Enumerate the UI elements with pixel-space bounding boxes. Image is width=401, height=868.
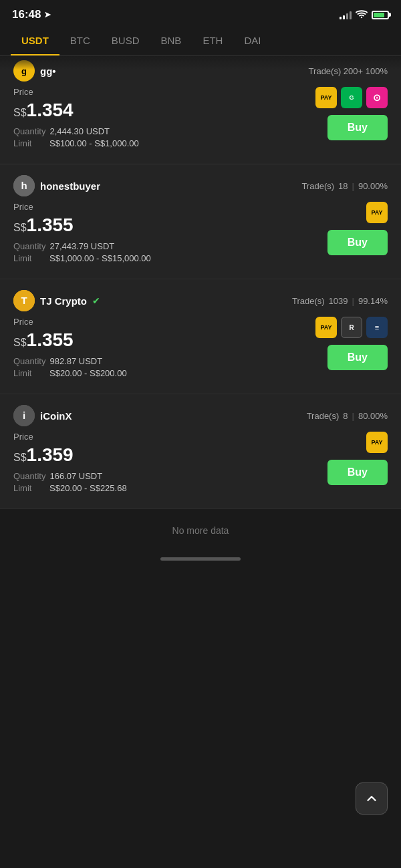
signal-bars [340,10,352,19]
avatar-2: T [13,290,35,311]
payment-icons-2: PAY R ≡ [315,317,388,338]
wise-icon-2: ≡ [366,317,388,338]
price-label-3: Price [13,432,321,442]
scroll-top-button[interactable] [356,782,388,815]
price-label-2: Price [13,317,309,327]
limit-value-3: S$20.00 - S$225.68 [49,483,127,493]
seller-name-3: iCoinX [40,410,72,422]
payment-icons-3: PAY [366,432,388,453]
trade-percent-2: 99.14% [358,296,388,306]
partial-limit-row: Limit S$100.00 - S$1,000.00 [13,138,309,148]
avatar-3: i [13,405,35,426]
navigation-icon: ➤ [44,10,51,19]
verified-icon-2: ✔ [92,295,100,306]
avatar-1: h [13,175,35,196]
quantity-row-3: Quantity 166.07 USDT [13,471,321,481]
trade-label-2: Trade(s) [292,296,325,306]
tab-eth[interactable]: ETH [192,27,233,55]
pay-icon-2: PAY [315,317,337,338]
partial-price-value: S$1.354 [13,100,309,121]
buy-button-3[interactable]: Buy [327,460,388,485]
limit-row-3: Limit S$20.00 - S$225.68 [13,483,321,493]
trade-count-2: 1039 [329,296,348,306]
seller-info-3: i iCoinX [13,405,72,426]
circle-icon: ⊙ [366,87,388,108]
tab-usdt[interactable]: USDT [11,27,59,55]
trade-percent-3: 80.00% [358,411,388,421]
trade-count-1: 18 [338,181,348,191]
revolut-icon-2: R [341,317,362,338]
seller-name-1: honestbuyer [40,180,100,192]
payment-icons-1: PAY [366,202,388,223]
arrow-up-icon [364,791,379,806]
status-icons [340,10,389,19]
battery-icon [372,11,389,19]
limit-row-1: Limit S$1,000.00 - S$15,000.00 [13,253,321,263]
listing-card-1: h honestbuyer Trade(s) 18 | 90.00% Price… [0,164,401,279]
price-label-1: Price [13,202,321,212]
quantity-row-2: Quantity 982.87 USDT [13,356,309,366]
svg-text:T: T [21,295,27,306]
tab-dai[interactable]: DAI [233,27,271,55]
partial-limit-value: S$100.00 - S$1,000.00 [49,138,139,148]
svg-text:i: i [23,410,25,421]
signal-bar-1 [340,17,342,19]
seller-info-2: T TJ Crypto ✔ [13,290,100,311]
partial-quantity-value: 2,444.30 USDT [49,126,110,136]
buy-button-1[interactable]: Buy [327,230,388,255]
listing-card-3: i iCoinX Trade(s) 8 | 80.00% Price S$1.3… [0,394,401,509]
status-time: 16:48 ➤ [12,8,51,21]
signal-bar-4 [350,11,352,19]
time-display: 16:48 [12,8,41,21]
signal-bar-3 [346,13,348,19]
seller-stats-3: Trade(s) 8 | 80.00% [307,411,388,421]
grab-icon: G [341,87,362,108]
trade-label-3: Trade(s) [307,411,340,421]
signal-bar-2 [343,15,345,19]
tab-bnb[interactable]: BNB [150,27,192,55]
pay-icon: PAY [315,87,337,108]
seller-stats-2: Trade(s) 1039 | 99.14% [292,296,388,306]
wifi-icon [356,10,368,19]
svg-text:h: h [21,180,27,191]
seller-stats-1: Trade(s) 18 | 90.00% [301,181,388,191]
quantity-row-1: Quantity 27,443.79 USDT [13,241,321,251]
quantity-value-3: 166.07 USDT [49,471,102,481]
home-bar [160,557,241,561]
pay-icon-1: PAY [366,202,388,223]
trade-label-1: Trade(s) [301,181,334,191]
partial-price-label: Price [13,87,309,97]
tab-btc[interactable]: BTC [59,27,101,55]
partial-quantity-row: Quantity 2,444.30 USDT [13,126,309,136]
price-value-1: S$1.355 [13,214,321,236]
price-value-2: S$1.355 [13,329,309,351]
currency-tabs: USDT BTC BUSD BNB ETH DAI [0,27,401,56]
tab-busd[interactable]: BUSD [101,27,150,55]
partial-payment-icons: PAY G ⊙ [315,87,388,108]
price-value-3: S$1.359 [13,444,321,466]
seller-name-2: TJ Crypto [40,295,87,307]
status-bar: 16:48 ➤ [0,0,401,27]
no-more-data: No more data [0,509,401,552]
partial-listing-card: g gg• Trade(s) 200+ 100% Price S$1.354 Q… [0,56,401,164]
limit-value-1: S$1,000.00 - S$15,000.00 [49,253,151,263]
seller-info-1: h honestbuyer [13,175,100,196]
trade-count-3: 8 [343,411,348,421]
quantity-value-2: 982.87 USDT [49,356,102,366]
quantity-value-1: 27,443.79 USDT [49,241,114,251]
pay-icon-3: PAY [366,432,388,453]
home-indicator [0,552,401,569]
buy-button-2[interactable]: Buy [327,345,388,370]
trade-percent-1: 90.00% [358,181,388,191]
listing-card-2: T TJ Crypto ✔ Trade(s) 1039 | 99.14% Pri… [0,279,401,394]
partial-buy-button[interactable]: Buy [327,115,388,140]
limit-value-2: S$20.00 - S$200.00 [49,368,127,378]
limit-row-2: Limit S$20.00 - S$200.00 [13,368,309,378]
